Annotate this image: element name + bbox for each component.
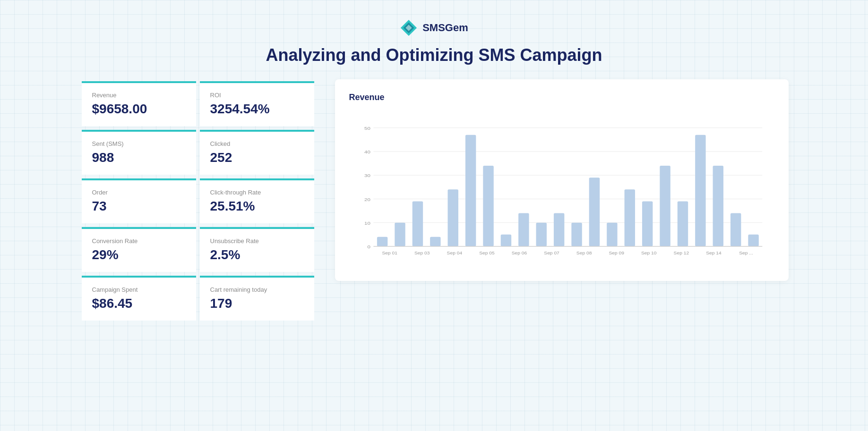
svg-text:Sep 14: Sep 14 xyxy=(706,251,722,255)
svg-rect-23 xyxy=(518,213,529,246)
metric-label: Sent (SMS) xyxy=(92,140,186,147)
page-title: Analyzing and Optimizing SMS Campaign xyxy=(266,45,602,65)
svg-text:Sep ...: Sep ... xyxy=(739,251,753,255)
svg-rect-17 xyxy=(412,201,422,246)
svg-text:Sep 08: Sep 08 xyxy=(576,251,592,255)
svg-rect-19 xyxy=(447,189,458,246)
metric-value: 29% xyxy=(92,247,186,262)
svg-text:Sep 04: Sep 04 xyxy=(447,251,462,255)
svg-rect-22 xyxy=(500,235,511,246)
chart-title: Revenue xyxy=(349,93,774,102)
svg-text:Sep 12: Sep 12 xyxy=(673,251,689,255)
metric-value: 73 xyxy=(92,199,186,214)
svg-rect-15 xyxy=(377,237,387,246)
metric-value: 252 xyxy=(210,150,304,165)
svg-rect-21 xyxy=(483,166,493,246)
metric-value: 25.51% xyxy=(210,199,304,214)
metric-label: Conversion Rate xyxy=(92,237,186,245)
metric-label: Order xyxy=(92,189,186,196)
main-content: Revenue $9658.00 ROI 3254.54% Sent (SMS)… xyxy=(80,79,789,322)
metric-value: $9658.00 xyxy=(92,101,186,117)
metric-card-6: Conversion Rate 29% xyxy=(82,227,196,272)
metric-card-8: Campaign Spent $86.45 xyxy=(82,276,196,321)
metric-card-1: ROI 3254.54% xyxy=(200,81,314,126)
chart-area: 01020304050Sep 01Sep 03Sep 04Sep 05Sep 0… xyxy=(349,111,774,271)
svg-rect-27 xyxy=(589,177,599,246)
svg-text:Sep 07: Sep 07 xyxy=(544,251,559,255)
svg-rect-35 xyxy=(730,213,740,246)
svg-text:0: 0 xyxy=(367,244,370,249)
revenue-chart: 01020304050Sep 01Sep 03Sep 04Sep 05Sep 0… xyxy=(349,111,774,271)
svg-rect-16 xyxy=(395,223,405,246)
metric-card-7: Unsubscribe Rate 2.5% xyxy=(200,227,314,272)
metric-label: Revenue xyxy=(92,92,186,99)
svg-text:20: 20 xyxy=(364,197,370,202)
metric-card-2: Sent (SMS) 988 xyxy=(82,130,196,175)
metric-value: 2.5% xyxy=(210,247,304,262)
metric-label: Unsubscribe Rate xyxy=(210,237,304,245)
svg-rect-24 xyxy=(536,223,546,246)
svg-rect-32 xyxy=(677,201,688,246)
svg-rect-18 xyxy=(430,237,440,246)
svg-text:Sep 03: Sep 03 xyxy=(414,251,430,255)
svg-text:Sep 06: Sep 06 xyxy=(511,251,527,255)
metric-value: $86.45 xyxy=(92,296,186,311)
page-header: SMSGem Analyzing and Optimizing SMS Camp… xyxy=(266,19,602,65)
svg-rect-31 xyxy=(660,166,670,246)
svg-rect-34 xyxy=(713,166,723,246)
chart-container: Revenue 01020304050Sep 01Sep 03Sep 04Sep… xyxy=(335,79,789,281)
svg-text:Sep 09: Sep 09 xyxy=(609,251,624,255)
metrics-grid: Revenue $9658.00 ROI 3254.54% Sent (SMS)… xyxy=(80,79,316,322)
svg-text:Sep 10: Sep 10 xyxy=(641,251,657,255)
svg-text:Sep 05: Sep 05 xyxy=(479,251,495,255)
svg-text:30: 30 xyxy=(364,173,370,178)
logo-row: SMSGem xyxy=(400,19,468,37)
metric-label: Clicked xyxy=(210,140,304,147)
svg-rect-33 xyxy=(695,135,705,246)
svg-text:50: 50 xyxy=(364,126,370,131)
svg-text:Sep 01: Sep 01 xyxy=(382,251,397,255)
metric-card-5: Click-through Rate 25.51% xyxy=(200,178,314,223)
svg-rect-29 xyxy=(624,189,635,246)
metric-label: Campaign Spent xyxy=(92,286,186,293)
metric-card-3: Clicked 252 xyxy=(200,130,314,175)
svg-rect-20 xyxy=(465,135,475,246)
metric-label: Click-through Rate xyxy=(210,189,304,196)
svg-rect-36 xyxy=(748,235,758,246)
logo-text: SMSGem xyxy=(422,22,468,34)
svg-text:10: 10 xyxy=(364,220,370,226)
metric-card-0: Revenue $9658.00 xyxy=(82,81,196,126)
metric-value: 179 xyxy=(210,296,304,311)
metric-value: 988 xyxy=(92,150,186,165)
metric-card-4: Order 73 xyxy=(82,178,196,223)
svg-rect-26 xyxy=(571,223,582,246)
metric-card-9: Cart remaining today 179 xyxy=(200,276,314,321)
metric-label: Cart remaining today xyxy=(210,286,304,293)
metric-value: 3254.54% xyxy=(210,101,304,117)
svg-rect-25 xyxy=(553,213,564,246)
svg-text:40: 40 xyxy=(364,149,370,154)
svg-rect-30 xyxy=(642,201,652,246)
metric-label: ROI xyxy=(210,92,304,99)
svg-rect-28 xyxy=(607,223,617,246)
logo-icon xyxy=(400,19,418,37)
